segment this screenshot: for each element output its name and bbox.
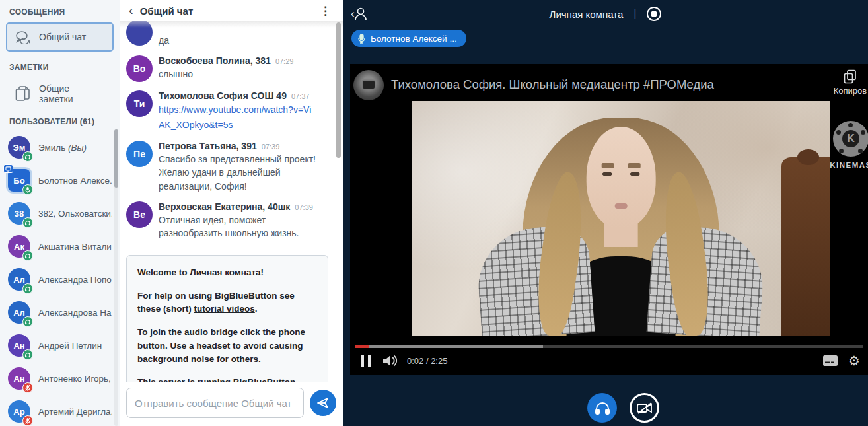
mic-muted-badge-icon: [22, 382, 33, 393]
user-name: Эмиль (Вы): [38, 143, 87, 153]
message-avatar: [126, 21, 153, 46]
message-avatar: Ве: [126, 201, 153, 228]
user-avatar: Ак: [8, 235, 30, 258]
headphones-badge-icon: [22, 151, 33, 162]
user-name: Акшатина Витали...: [38, 242, 112, 252]
user-list-item[interactable]: 38382, Ольховатски...: [0, 197, 120, 230]
welcome-line-4: This server is running BigBlueButton.: [137, 376, 317, 382]
record-button[interactable]: [647, 7, 661, 21]
user-name: Артемий Деригла...: [38, 407, 112, 417]
user-name: Александрова На...: [38, 308, 112, 318]
person-face: [587, 127, 656, 228]
title-separator: |: [633, 8, 636, 20]
user-avatar: Ар: [8, 400, 30, 423]
user-avatar: Ал: [8, 268, 30, 291]
notes-icon: [15, 86, 30, 102]
copy-icon: [844, 69, 857, 84]
user-list-item[interactable]: АнАнтоненко Игорь, ...: [0, 362, 120, 395]
chat-message: ВеВерховская Екатерина, 40шк07:39Отлична…: [126, 201, 330, 240]
message-sender: Тихомолова София СОШ 49: [159, 90, 287, 101]
share-webcam-button[interactable]: [630, 393, 659, 423]
user-avatar: Ан: [8, 367, 30, 390]
user-list-item[interactable]: БоБолотнов Алексе...: [0, 164, 120, 197]
volume-button[interactable]: [381, 353, 397, 368]
chair-prop: [781, 157, 830, 336]
chat-input-row: [120, 382, 343, 426]
welcome-line-3: To join the audio bridge click the phone…: [137, 326, 317, 366]
captions-button[interactable]: [822, 355, 838, 367]
user-avatar: Эм: [8, 136, 30, 159]
room-title: Личная комната: [550, 9, 624, 20]
user-list-scrollbar[interactable]: [114, 129, 118, 426]
presenter-screen-icon: [3, 164, 13, 173]
chat-options-menu-icon[interactable]: ⋮: [317, 4, 334, 18]
message-text: Отличная идея, поможет разнообразить шко…: [159, 213, 327, 240]
back-chevron-icon[interactable]: ‹: [129, 3, 133, 17]
chat-message-partial: да: [126, 30, 330, 47]
user-list-item[interactable]: АкАкшатина Витали...: [0, 230, 120, 263]
message-avatar: Ти: [126, 90, 153, 117]
chat-header: ‹ Общий чат ⋮: [120, 0, 343, 21]
pause-button[interactable]: [361, 355, 371, 367]
sidebar-item-shared-notes[interactable]: Общие заметки: [6, 79, 114, 108]
user-list-item[interactable]: АлАлександрова На...: [0, 296, 120, 329]
mic-icon: [358, 34, 365, 44]
user-list-item[interactable]: АрАртемий Деригла...: [0, 395, 120, 426]
video-controls: 0:02 / 2:25 ⚙: [361, 351, 860, 370]
video-content[interactable]: [412, 101, 830, 336]
record-icon: [651, 11, 657, 17]
chat-bubbles-icon: [15, 30, 31, 44]
leave-audio-button[interactable]: [587, 393, 617, 423]
video-progress-bar[interactable]: [355, 345, 863, 348]
action-bar: [587, 393, 659, 423]
headphones-badge-icon: [22, 217, 33, 228]
video-title: Тихомолова София. Школьный медиацентр #П…: [391, 77, 714, 92]
chat-message: ПеПетрова Татьяна, 39107:39Спасибо за пр…: [126, 141, 330, 193]
chat-message: ВоВоскобоева Полина, 38107:29слышно: [126, 55, 330, 82]
message-timestamp: 07:39: [295, 203, 313, 211]
channel-avatar[interactable]: [353, 70, 384, 100]
user-list-item[interactable]: АнАндрей Петлин: [0, 329, 120, 362]
message-text: Спасибо за представленный проект! Желаю …: [159, 153, 327, 193]
send-icon: [316, 397, 330, 409]
sidebar-item-public-chat[interactable]: Общий чат: [6, 22, 114, 52]
settings-gear-icon[interactable]: ⚙: [848, 354, 860, 367]
user-name: Болотнов Алексе...: [38, 176, 112, 186]
welcome-line-2: For help on using BigBlueButton see thes…: [137, 289, 317, 316]
user-name: 382, Ольховатски...: [38, 209, 112, 219]
user-avatar: 38: [8, 202, 30, 225]
headphones-icon: [595, 401, 610, 415]
user-avatar: Ал: [8, 301, 30, 324]
top-bar: ‹ Личная комната |: [343, 0, 868, 28]
message-input[interactable]: [126, 388, 304, 418]
talking-user-name: Болотнов Алексей ...: [371, 34, 457, 44]
bigbluebutton-app: СООБЩЕНИЯ Общий чат ЗАМЕТКИ Общие заметк…: [0, 0, 868, 426]
webcam-off-icon: [636, 402, 653, 415]
bigbluebutton-link[interactable]: BigBlueButton: [233, 377, 295, 382]
notes-section-label: ЗАМЕТКИ: [0, 55, 120, 77]
video-player: Тихомолова София. Школьный медиацентр #П…: [350, 64, 868, 375]
sidebar-item-label: Общий чат: [39, 32, 86, 42]
presentation-area: ‹ Личная комната | Болотнов Але: [343, 0, 868, 426]
message-text: да: [159, 34, 169, 47]
tutorial-videos-link[interactable]: tutorial videos: [194, 304, 255, 314]
user-list-item[interactable]: ЭмЭмиль (Вы): [0, 131, 120, 164]
sidebar-item-label: Общие заметки: [39, 83, 104, 104]
headphones-badge-icon: [22, 250, 33, 261]
user-avatar: Бо: [8, 169, 30, 192]
send-message-button[interactable]: [310, 390, 336, 416]
user-name: Александра Попо...: [38, 275, 112, 285]
user-list-item[interactable]: АлАлександра Попо...: [0, 263, 120, 296]
navigation-sidebar: СООБЩЕНИЯ Общий чат ЗАМЕТКИ Общие заметк…: [0, 0, 120, 426]
chat-scrollbar[interactable]: [336, 22, 341, 158]
headphones-badge-icon: [22, 349, 33, 360]
room-title-wrap: Личная комната |: [343, 0, 868, 28]
message-link[interactable]: https://www.youtube.com/watch?v=ViAK_XOp…: [159, 102, 317, 132]
user-list: ЭмЭмиль (Вы)БоБолотнов Алексе...38382, О…: [0, 131, 120, 426]
copy-link-button[interactable]: Копиров: [830, 69, 868, 96]
kinemaster-logo: K: [833, 121, 868, 157]
headphones-badge-icon: [22, 283, 33, 294]
talking-indicator-badge[interactable]: Болотнов Алексей ...: [351, 30, 466, 47]
message-timestamp: 07:39: [262, 143, 280, 151]
message-timestamp: 07:29: [275, 57, 294, 65]
